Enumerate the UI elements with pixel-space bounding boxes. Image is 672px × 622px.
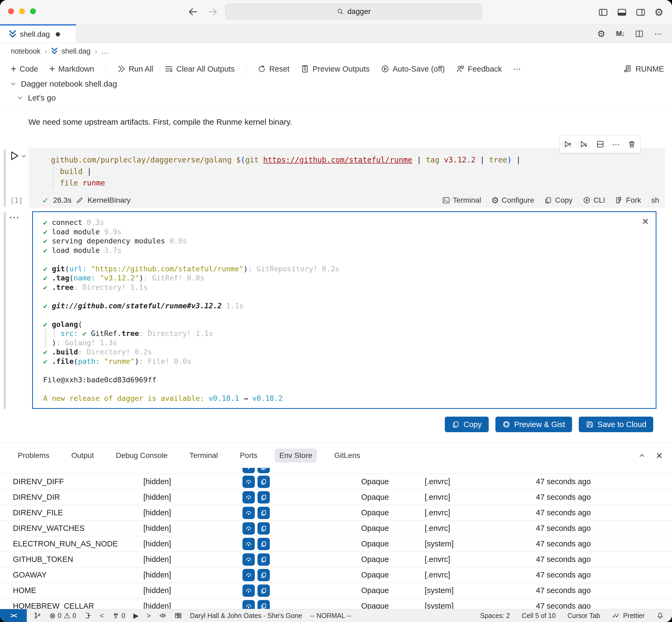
reading-mode-button[interactable] <box>175 612 182 619</box>
radio-indicator[interactable]: 0 <box>112 612 125 620</box>
reveal-secret-button[interactable] <box>242 468 255 473</box>
breadcrumb-file[interactable]: shell.dag <box>62 47 90 56</box>
reveal-secret-button[interactable] <box>242 600 255 610</box>
fork-button[interactable]: Fork <box>615 196 641 205</box>
breadcrumb-folder[interactable]: notebook <box>11 47 40 56</box>
panel-tab-output[interactable]: Output <box>67 449 99 462</box>
command-search-input[interactable]: dagger <box>225 3 482 20</box>
runme-brand[interactable]: RUNME <box>624 65 664 73</box>
reveal-secret-button[interactable] <box>242 491 255 504</box>
volume-button[interactable] <box>159 612 166 619</box>
close-output-icon[interactable]: × <box>641 215 650 228</box>
panel-tab-problems[interactable]: Problems <box>13 449 54 462</box>
toolbar-more-actions[interactable]: ⋯ <box>513 64 521 73</box>
editor-more-actions-icon[interactable]: ⋯ <box>654 29 662 38</box>
unsaved-dot-icon[interactable] <box>56 32 60 36</box>
settings-gear-icon[interactable]: ⚙ <box>654 6 664 18</box>
run-all-button[interactable]: Run All <box>117 65 153 73</box>
music-next-button[interactable]: > <box>147 612 151 620</box>
section-heading-row[interactable]: Let's go <box>16 93 56 102</box>
cursor-tab-label[interactable]: Cursor Tab <box>567 612 600 620</box>
copy-secret-button[interactable] <box>258 584 270 597</box>
add-markdown-cell-button[interactable]: +Markdown <box>49 64 94 74</box>
copy-secret-button[interactable] <box>258 538 270 550</box>
reveal-secret-button[interactable] <box>242 569 255 581</box>
copy-secret-button[interactable] <box>258 468 270 473</box>
code-cell[interactable]: github.com/purpleclay/daggerverse/golang… <box>29 148 665 208</box>
split-editor-icon[interactable] <box>635 30 644 38</box>
close-window-button[interactable] <box>8 8 14 14</box>
code-editor[interactable]: github.com/purpleclay/daggerverse/golang… <box>29 148 665 189</box>
remote-indicator[interactable]: >< <box>0 609 27 622</box>
auto-save-toggle[interactable]: Auto-Save (off) <box>381 65 445 73</box>
back-arrow-icon[interactable] <box>188 6 198 17</box>
music-previous-button[interactable]: < <box>100 612 104 620</box>
configure-button[interactable]: ⚙Configure <box>491 195 534 205</box>
notebook-settings-gear-icon[interactable]: ⚙ <box>597 28 605 39</box>
maximize-window-button[interactable] <box>30 8 36 14</box>
preview-gist-button[interactable]: Preview & Gist <box>495 417 572 432</box>
copy-cell-button[interactable]: Copy <box>544 196 572 205</box>
circle-play-icon <box>381 65 389 73</box>
notifications-bell[interactable] <box>657 612 664 619</box>
problems-indicator[interactable]: ⊗0⚠0 <box>49 611 76 620</box>
toggle-bottom-panel-icon[interactable] <box>617 7 627 18</box>
breadcrumb-more[interactable]: … <box>102 47 109 56</box>
panel-tab-ports[interactable]: Ports <box>235 449 262 462</box>
reveal-secret-button[interactable] <box>242 507 255 519</box>
port-forward-indicator[interactable] <box>84 612 91 619</box>
split-cell-icon[interactable] <box>596 140 604 148</box>
close-panel-icon[interactable]: × <box>656 450 662 461</box>
open-terminal-button[interactable]: Terminal <box>442 196 481 205</box>
copy-secret-button[interactable] <box>258 491 270 504</box>
copy-output-button[interactable]: Copy <box>445 417 489 432</box>
copy-secret-button[interactable] <box>258 569 270 581</box>
prettier-status[interactable]: ✓✓Prettier <box>612 612 645 620</box>
panel-tab-gitlens[interactable]: GitLens <box>329 449 365 462</box>
cell-focus-bar[interactable] <box>4 149 6 207</box>
output-focus-bar[interactable] <box>4 212 6 409</box>
now-playing-label[interactable]: Daryl Hall & John Oates - She's Gone <box>190 612 302 620</box>
env-var-value: [hidden] <box>130 601 230 609</box>
toggle-left-sidebar-icon[interactable] <box>598 7 608 18</box>
tab-shell-dag[interactable]: shell.dag <box>0 24 76 43</box>
minimize-window-button[interactable] <box>19 8 25 14</box>
save-to-cloud-button[interactable]: Save to Cloud <box>579 417 653 432</box>
reveal-secret-button[interactable] <box>242 476 255 488</box>
reveal-secret-button[interactable] <box>242 522 255 534</box>
run-below-icon[interactable] <box>580 140 588 148</box>
edit-pencil-icon[interactable] <box>76 197 83 204</box>
preview-outputs-button[interactable]: Preview Outputs <box>301 65 370 73</box>
toggle-right-sidebar-icon[interactable] <box>636 7 646 18</box>
maximize-panel-chevron-icon[interactable] <box>638 451 646 459</box>
panel-tab-terminal[interactable]: Terminal <box>185 449 223 462</box>
run-above-icon[interactable] <box>564 140 572 148</box>
forward-arrow-icon[interactable] <box>208 6 218 17</box>
indent-setting[interactable]: Spaces: 2 <box>480 612 510 620</box>
reveal-secret-button[interactable] <box>242 538 255 550</box>
clear-all-outputs-button[interactable]: Clear All Outputs <box>164 65 235 73</box>
copy-secret-button[interactable] <box>258 600 270 610</box>
copy-secret-button[interactable] <box>258 507 270 519</box>
copy-secret-button[interactable] <box>258 522 270 534</box>
reset-button[interactable]: Reset <box>258 65 290 73</box>
code-link[interactable]: https://github.com/stateful/runme <box>263 156 412 164</box>
panel-tab-debug-console[interactable]: Debug Console <box>111 449 172 462</box>
run-cell-button[interactable] <box>8 149 27 162</box>
delete-cell-trash-icon[interactable] <box>628 140 636 148</box>
cell-position-label[interactable]: Cell 5 of 10 <box>522 612 555 620</box>
cli-button[interactable]: CLI <box>583 196 605 205</box>
copy-secret-button[interactable] <box>258 476 270 488</box>
cell-more-actions-icon[interactable]: ⋯ <box>612 140 620 149</box>
source-control-indicator[interactable] <box>34 612 41 619</box>
feedback-button[interactable]: Feedback <box>456 65 502 73</box>
notebook-title-row[interactable]: Dagger notebook shell.dag <box>10 79 117 89</box>
output-more-actions-icon[interactable]: ⋯ <box>9 211 20 223</box>
copy-secret-button[interactable] <box>258 553 270 566</box>
music-play-button[interactable]: ▶ <box>133 612 139 620</box>
add-code-cell-button[interactable]: +Code <box>11 64 38 74</box>
reveal-secret-button[interactable] <box>242 553 255 566</box>
reveal-secret-button[interactable] <box>242 584 255 597</box>
panel-tab-env-store[interactable]: Env Store <box>275 449 317 462</box>
markdown-preview-icon[interactable]: M↓ <box>616 30 624 38</box>
